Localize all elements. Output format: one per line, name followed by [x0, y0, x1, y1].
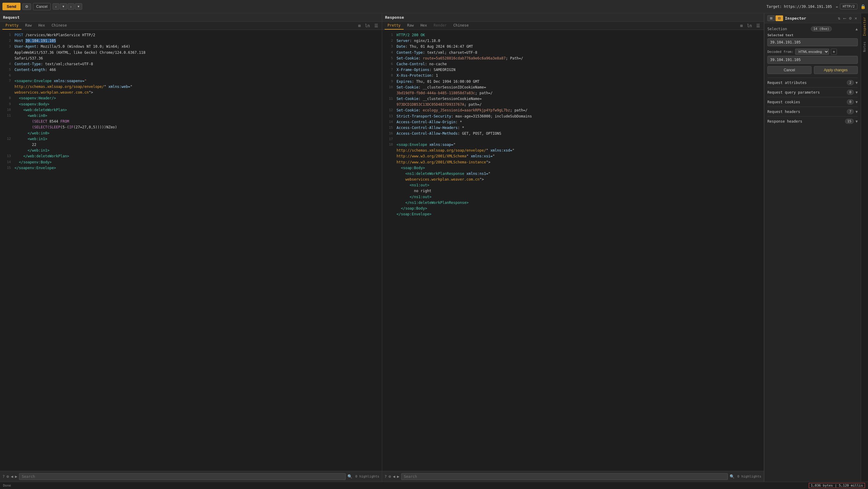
- request-cookies-right: 0 ▼: [847, 99, 858, 104]
- resp-line-18g: webservices.workplan.weaver.com.cn">: [382, 177, 764, 183]
- resp-line-18h: <ns1:out>: [382, 183, 764, 188]
- request-line-5: 5 Content-Length: 466: [0, 67, 382, 73]
- sidebar-tab-notes[interactable]: Notes: [862, 39, 867, 54]
- menu-icon[interactable]: ☰: [373, 23, 379, 29]
- close-icon[interactable]: ✕: [854, 15, 858, 21]
- resp-line-18d: http://www.w3.org/2001/XMLSchema-instanc…: [382, 160, 764, 165]
- nav-left-icon[interactable]: ◀: [11, 474, 13, 479]
- tab-raw-response[interactable]: Raw: [404, 22, 417, 30]
- settings-icon-button[interactable]: ⚙: [22, 3, 31, 10]
- request-cookies-section[interactable]: Request cookies 0 ▼: [767, 97, 858, 107]
- search-icon-resp[interactable]: 🔍: [730, 474, 735, 479]
- question-icon-resp[interactable]: ?: [384, 474, 387, 479]
- request-line-3: 3 User-Agent: Mozilla/5.0 (Windows NT 10…: [0, 44, 382, 50]
- resp-line-18k: </ns1:deleteWorkPlanResponse>: [382, 200, 764, 206]
- request-headers-section[interactable]: Request headers 7 ▼: [767, 107, 858, 116]
- ln-icon[interactable]: ln: [364, 23, 371, 29]
- resp-line-9: 9 Expires: Thu, 01 Dec 1994 16:00:00 GMT: [382, 79, 764, 85]
- decoded-value-box: 39.104.191.105: [767, 56, 858, 64]
- tab-chinese-request[interactable]: Chinese: [49, 22, 70, 30]
- tab-chinese-response[interactable]: Chinese: [451, 22, 472, 30]
- request-panel: Request Pretty Raw Hex Chinese ⊞ ln ☰ 1 …: [0, 13, 382, 482]
- question-icon[interactable]: ?: [2, 474, 5, 479]
- target-info: Target: https://39.104.191.105 ✏️: [767, 4, 838, 9]
- request-cookies-count: 0: [847, 99, 854, 104]
- nav-forward-button[interactable]: ›: [68, 3, 74, 10]
- request-line-10: 10 <web:deleteWorkPlan>: [0, 107, 382, 113]
- search-icon-req[interactable]: 🔍: [347, 474, 352, 479]
- top-bar: Send ⚙ Cancel ‹ ▾ › ▾ Target: https://39…: [0, 0, 868, 13]
- nav-right-icon-resp[interactable]: ▶: [397, 474, 399, 479]
- ln-icon-resp[interactable]: ln: [746, 23, 753, 29]
- toggle-btn-2[interactable]: ⊟: [776, 15, 783, 21]
- align-icon[interactable]: ⇅: [837, 15, 841, 21]
- tab-render-response[interactable]: Render: [431, 22, 450, 30]
- settings-icon-req[interactable]: ⚙: [7, 474, 9, 479]
- send-button[interactable]: Send: [2, 3, 21, 10]
- response-search-input[interactable]: [401, 473, 728, 480]
- sidebar-tab-inspector[interactable]: Inspector: [862, 14, 867, 38]
- request-code-area[interactable]: 1 POST /services/WorkPlanService HTTP/2 …: [0, 30, 382, 471]
- cancel-button[interactable]: Cancel: [33, 3, 51, 10]
- request-line-8: 8 <soapenv:Header/>: [0, 95, 382, 101]
- resp-line-13: 13 Strict-Transport-Security: max-age=31…: [382, 113, 764, 119]
- response-headers-count: 15: [845, 119, 854, 124]
- settings-icon-resp[interactable]: ⚙: [389, 474, 391, 479]
- response-code-area[interactable]: 1 HTTP/2 200 OK 2 Server: nginx/1.18.0 3…: [382, 30, 764, 471]
- nav-right-icon[interactable]: ▶: [15, 474, 17, 479]
- nav-forward-dropdown[interactable]: ▾: [75, 3, 82, 10]
- selection-label: Selection: [767, 27, 787, 31]
- decoded-add-button[interactable]: +: [831, 48, 837, 55]
- action-buttons: Cancel Apply changes: [767, 66, 858, 74]
- tab-pretty-request[interactable]: Pretty: [2, 22, 22, 30]
- pretty-icon-resp[interactable]: ⊞: [739, 23, 744, 29]
- nav-back-button[interactable]: ‹: [53, 3, 59, 10]
- req-cookies-chevron: ▼: [856, 100, 858, 104]
- cancel-changes-button[interactable]: Cancel: [767, 66, 811, 74]
- collapse-icon[interactable]: ⟵: [843, 15, 846, 21]
- tab-hex-request[interactable]: Hex: [35, 22, 48, 30]
- request-search-input[interactable]: [19, 473, 346, 480]
- request-line-13: 13 </web:deleteWorkPlan>: [0, 154, 382, 159]
- tab-pretty-response[interactable]: Pretty: [384, 22, 404, 30]
- selection-count-badge: 14 (0xe): [811, 26, 832, 31]
- tab-raw-request[interactable]: Raw: [22, 22, 35, 30]
- request-query-right: 0 ▼: [847, 90, 858, 95]
- response-highlights: 0 highlights: [738, 475, 761, 479]
- request-attributes-label: Request attributes: [767, 80, 807, 85]
- request-attributes-section[interactable]: Request attributes 2 ▼: [767, 77, 858, 87]
- resp-headers-chevron: ▼: [856, 119, 858, 124]
- pretty-icon[interactable]: ⊞: [357, 23, 362, 29]
- request-line-12b: 22: [0, 142, 382, 148]
- req-attr-chevron: ▼: [856, 80, 858, 85]
- request-attributes-count: 2: [847, 80, 854, 85]
- request-highlights: 0 highlights: [355, 475, 379, 479]
- toggle-btn-1[interactable]: ⊞: [767, 15, 775, 21]
- req-query-chevron: ▼: [856, 90, 858, 95]
- gear-icon[interactable]: ⚙: [848, 15, 852, 21]
- resp-line-10b: 3bd19df0-fb0d-444a-b485-118058d7a83c; pa…: [382, 90, 764, 96]
- request-line-4: 4 Content-Type: text/xml;charset=UTF-8: [0, 61, 382, 67]
- request-panel-tabs: Pretty Raw Hex Chinese ⊞ ln ☰: [0, 22, 382, 30]
- request-line-11d: </web:in0>: [0, 130, 382, 136]
- decoded-from-select[interactable]: HTML encoding: [795, 48, 829, 55]
- req-headers-chevron: ▼: [856, 110, 858, 114]
- tab-hex-response[interactable]: Hex: [417, 22, 430, 30]
- inspector-panel: ⊞ ⊟ Inspector ⇅ ⟵ ⚙ ✕ Selection 14 (0xe)…: [764, 13, 861, 482]
- apply-changes-button[interactable]: Apply changes: [814, 66, 858, 74]
- decoded-from-label: Decoded from:: [767, 50, 794, 54]
- resp-line-14: 14 Access-Control-Allow-Origin: *: [382, 119, 764, 125]
- nav-back-dropdown[interactable]: ▾: [60, 3, 67, 10]
- protocol-badge: HTTP/2: [840, 4, 858, 9]
- selection-chevron[interactable]: ▲: [856, 27, 858, 31]
- request-query-section[interactable]: Request query parameters 0 ▼: [767, 87, 858, 97]
- response-headers-section[interactable]: Response headers 15 ▼: [767, 116, 858, 126]
- response-panel-tabs: Pretty Raw Hex Render Chinese ⊞ ln ☰: [382, 22, 764, 30]
- request-headers-label: Request headers: [767, 110, 800, 114]
- resp-line-18j: </ns1:out>: [382, 194, 764, 200]
- resp-line-5: 5 Set-Cookie: route=5a6528816cdab776a9e6…: [382, 56, 764, 61]
- lock-icon[interactable]: 🔒: [861, 4, 866, 9]
- edit-target-icon[interactable]: ✏️: [836, 4, 838, 9]
- nav-left-icon-resp[interactable]: ◀: [393, 474, 395, 479]
- menu-icon-resp[interactable]: ☰: [755, 23, 761, 29]
